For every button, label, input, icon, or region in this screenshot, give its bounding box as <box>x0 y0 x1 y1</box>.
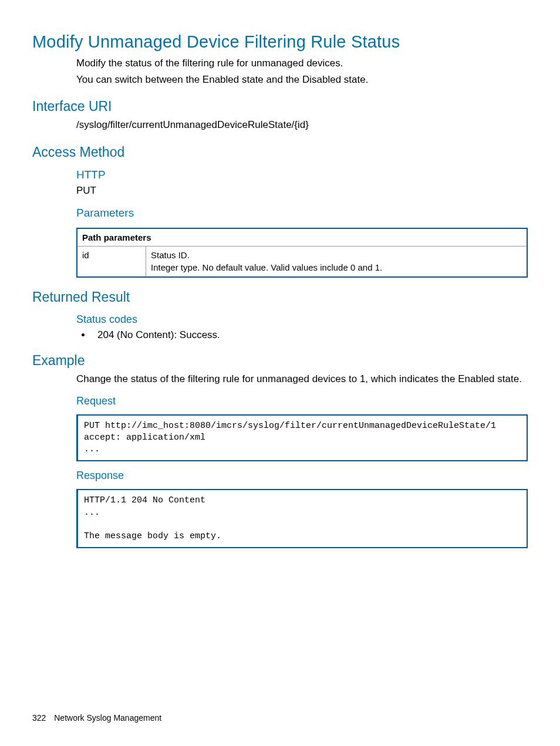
response-code: HTTP/1.1 204 No Content ... The message … <box>76 489 528 548</box>
heading-parameters: Parameters <box>76 207 528 220</box>
heading-request: Request <box>76 395 528 407</box>
status-code-item: 204 (No Content): Success. <box>92 329 528 341</box>
page-number: 322 <box>32 713 46 723</box>
intro-block: Modify the status of the filtering rule … <box>76 56 528 87</box>
interface-uri-value: /syslog/filter/currentUnmanagedDeviceRul… <box>76 118 528 133</box>
request-code: PUT http://imc_host:8080/imcrs/syslog/fi… <box>76 414 528 462</box>
footer-section: Network Syslog Management <box>54 713 161 723</box>
page-footer: 322 Network Syslog Management <box>32 713 161 723</box>
returned-result-block: Status codes 204 (No Content): Success. <box>76 313 528 341</box>
access-method-block: HTTP PUT Parameters Path parameters id S… <box>76 168 528 278</box>
example-block: Change the status of the filtering rule … <box>76 372 528 548</box>
table-header-cell: Path parameters <box>77 228 527 247</box>
param-desc-line-1: Status ID. <box>151 250 190 260</box>
http-method-value: PUT <box>76 184 528 198</box>
page-title: Modify Unmanaged Device Filtering Rule S… <box>32 32 528 52</box>
heading-example: Example <box>32 353 528 369</box>
example-desc: Change the status of the filtering rule … <box>76 372 528 387</box>
heading-access-method: Access Method <box>32 144 528 160</box>
param-key: id <box>77 246 146 277</box>
path-parameters-table: Path parameters id Status ID. Integer ty… <box>76 228 528 278</box>
heading-returned-result: Returned Result <box>32 289 528 305</box>
heading-status-codes: Status codes <box>76 313 528 326</box>
intro-line-2: You can switch between the Enabled state… <box>76 73 528 87</box>
heading-response: Response <box>76 470 528 482</box>
table-header-row: Path parameters <box>77 228 527 247</box>
param-desc-line-2: Integer type. No default value. Valid va… <box>151 262 382 272</box>
status-codes-list: 204 (No Content): Success. <box>76 329 528 341</box>
table-row: id Status ID. Integer type. No default v… <box>77 246 527 277</box>
intro-line-1: Modify the status of the filtering rule … <box>76 56 528 71</box>
param-desc: Status ID. Integer type. No default valu… <box>146 246 528 277</box>
heading-interface-uri: Interface URI <box>32 99 528 114</box>
interface-uri-block: /syslog/filter/currentUnmanagedDeviceRul… <box>76 118 528 133</box>
heading-http: HTTP <box>76 168 528 181</box>
